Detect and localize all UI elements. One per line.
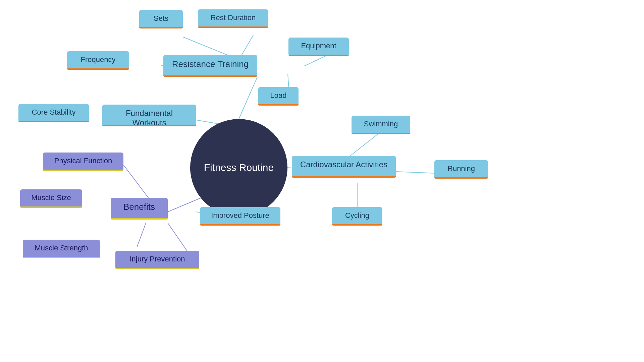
svg-line-1 bbox=[196, 120, 220, 124]
rest-duration-node[interactable]: Rest Duration bbox=[198, 9, 268, 28]
muscle-strength-label: Muscle Strength bbox=[35, 244, 88, 252]
swimming-node[interactable]: Swimming bbox=[352, 116, 410, 134]
cardiovascular-activities-label: Cardiovascular Activities bbox=[300, 160, 387, 169]
cardiovascular-activities-node[interactable]: Cardiovascular Activities bbox=[292, 156, 396, 178]
improved-posture-node[interactable]: Improved Posture bbox=[200, 207, 280, 226]
equipment-label: Equipment bbox=[301, 42, 336, 50]
improved-posture-label: Improved Posture bbox=[211, 211, 269, 220]
running-label: Running bbox=[447, 164, 475, 173]
fundamental-workouts-label: Fundamental Workouts bbox=[126, 109, 173, 127]
equipment-node[interactable]: Equipment bbox=[288, 38, 349, 56]
sets-node[interactable]: Sets bbox=[139, 10, 183, 28]
rest-duration-label: Rest Duration bbox=[211, 13, 256, 22]
load-node[interactable]: Load bbox=[258, 87, 299, 106]
cycling-node[interactable]: Cycling bbox=[332, 207, 382, 226]
center-label: Fitness Routine bbox=[204, 162, 274, 173]
physical-function-node[interactable]: Physical Function bbox=[43, 153, 123, 171]
svg-line-13 bbox=[123, 165, 151, 201]
cycling-label: Cycling bbox=[345, 211, 369, 220]
injury-prevention-node[interactable]: Injury Prevention bbox=[115, 251, 199, 269]
muscle-size-node[interactable]: Muscle Size bbox=[20, 189, 82, 208]
resistance-training-node[interactable]: Resistance Training bbox=[163, 55, 257, 77]
fundamental-workouts-node[interactable]: Fundamental Workouts bbox=[102, 105, 196, 126]
sets-label: Sets bbox=[154, 14, 168, 22]
svg-line-5 bbox=[241, 35, 253, 55]
physical-function-label: Physical Function bbox=[54, 157, 112, 165]
injury-prevention-label: Injury Prevention bbox=[129, 255, 185, 263]
load-label: Load bbox=[270, 91, 287, 100]
center-node[interactable]: Fitness Routine bbox=[190, 119, 287, 216]
benefits-label: Benefits bbox=[123, 202, 155, 212]
running-node[interactable]: Running bbox=[434, 160, 488, 179]
svg-line-3 bbox=[168, 198, 201, 212]
svg-line-0 bbox=[239, 77, 257, 119]
benefits-node[interactable]: Benefits bbox=[111, 198, 168, 220]
core-stability-node[interactable]: Core Stability bbox=[18, 104, 89, 122]
frequency-label: Frequency bbox=[81, 55, 116, 64]
svg-line-15 bbox=[137, 223, 146, 247]
core-stability-label: Core Stability bbox=[32, 108, 76, 116]
resistance-training-label: Resistance Training bbox=[172, 59, 249, 69]
frequency-node[interactable]: Frequency bbox=[67, 51, 129, 70]
muscle-strength-node[interactable]: Muscle Strength bbox=[23, 240, 100, 258]
swimming-label: Swimming bbox=[364, 120, 398, 128]
muscle-size-label: Muscle Size bbox=[31, 193, 71, 202]
svg-line-4 bbox=[183, 37, 228, 55]
